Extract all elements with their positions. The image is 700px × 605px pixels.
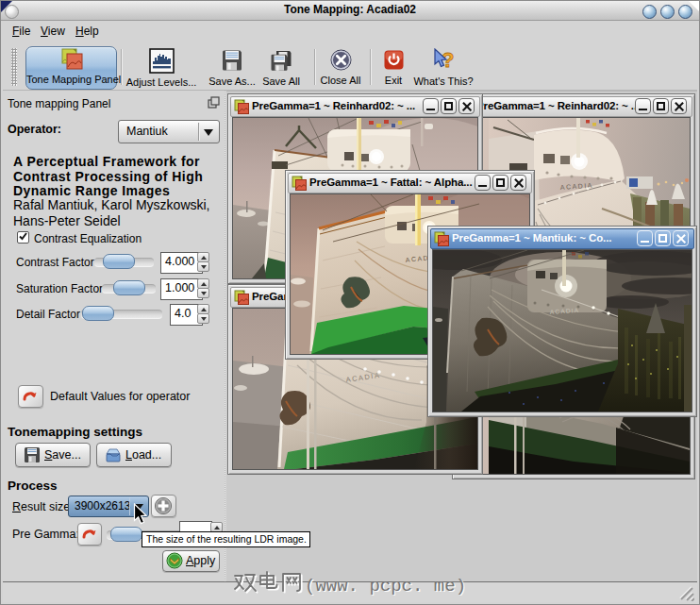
- svg-text:(www. pcpc. me): (www. pcpc. me): [305, 576, 466, 597]
